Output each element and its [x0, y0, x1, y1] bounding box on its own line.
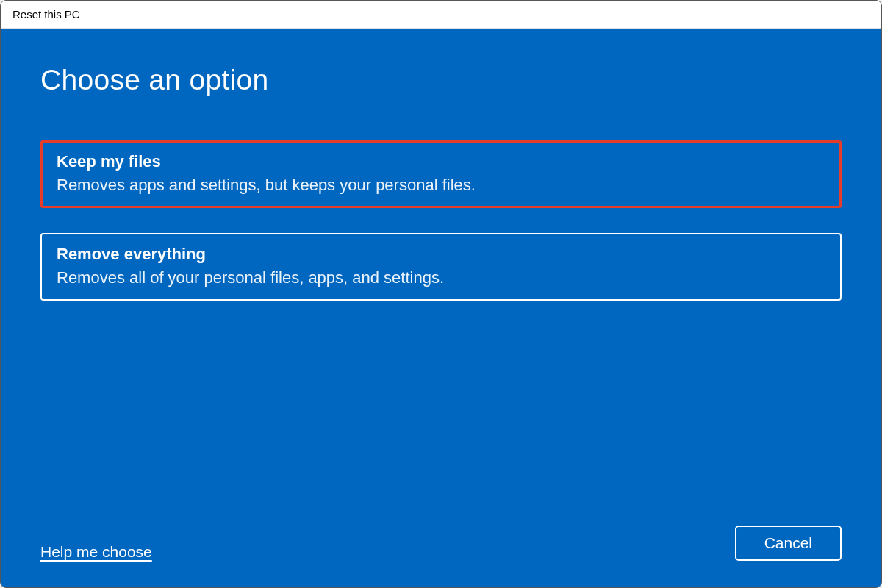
options-container: Keep my files Removes apps and settings,…: [40, 140, 842, 301]
option-title: Keep my files: [57, 152, 825, 171]
titlebar: Reset this PC: [1, 1, 881, 29]
option-title: Remove everything: [57, 245, 825, 264]
page-heading: Choose an option: [40, 64, 842, 96]
dialog-footer: Help me choose Cancel: [40, 511, 842, 561]
option-description: Removes all of your personal files, apps…: [57, 268, 825, 287]
option-keep-my-files[interactable]: Keep my files Removes apps and settings,…: [40, 140, 842, 208]
content-area: Choose an option Keep my files Removes a…: [1, 29, 881, 587]
option-description: Removes apps and settings, but keeps you…: [57, 176, 825, 195]
reset-pc-dialog: Reset this PC Choose an option Keep my f…: [0, 0, 882, 588]
option-remove-everything[interactable]: Remove everything Removes all of your pe…: [40, 233, 842, 301]
cancel-button[interactable]: Cancel: [735, 526, 842, 561]
window-title: Reset this PC: [12, 8, 80, 21]
help-me-choose-link[interactable]: Help me choose: [40, 543, 152, 561]
